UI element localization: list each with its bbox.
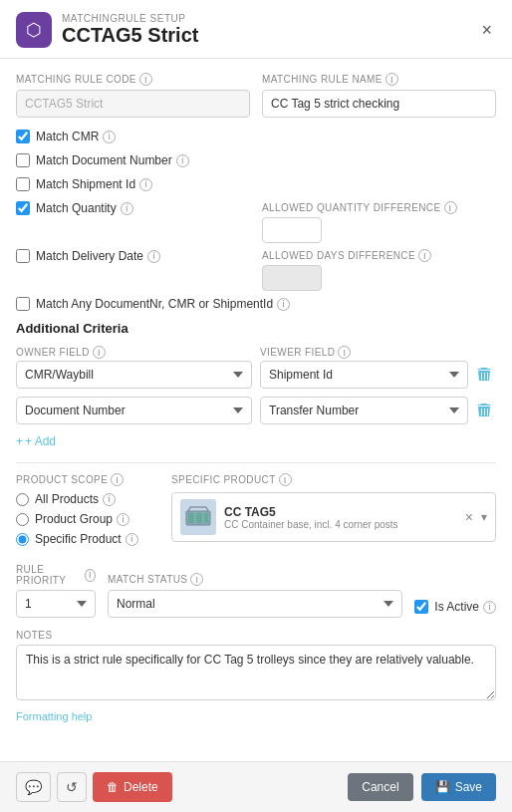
svg-line-4: [188, 507, 190, 511]
product-remove-button[interactable]: ×: [465, 509, 473, 525]
match-quantity-row: Match Quantity i: [16, 201, 250, 215]
all-products-info-icon: i: [103, 493, 116, 506]
match-cmr-label[interactable]: Match CMR i: [36, 130, 116, 143]
match-quantity-checkbox[interactable]: [16, 201, 30, 215]
match-status-group: MATCH STATUS i Normal Strict Relaxed: [108, 573, 402, 618]
svg-rect-3: [204, 513, 208, 523]
product-scope-info-icon: i: [111, 473, 124, 486]
chat-icon: 💬: [25, 779, 42, 795]
product-scope-section: PRODUCT SCOPE i All Products i Product G…: [16, 473, 496, 552]
allowed-days-diff-info-icon: i: [418, 249, 431, 262]
svg-line-5: [206, 507, 208, 511]
match-document-number-label[interactable]: Match Document Number i: [36, 153, 189, 167]
all-products-radio[interactable]: [16, 493, 29, 506]
delete-button[interactable]: 🗑 Delete: [93, 772, 172, 802]
history-icon: ↺: [66, 779, 78, 795]
notes-textarea[interactable]: This is a strict rule specifically for C…: [16, 645, 496, 700]
is-active-info-icon: i: [483, 601, 496, 614]
match-any-label[interactable]: Match Any DocumentNr, CMR or ShipmentId …: [36, 297, 290, 311]
product-group-label[interactable]: Product Group i: [35, 512, 129, 526]
allowed-days-diff-input[interactable]: [262, 265, 322, 291]
specific-product-info-icon: i: [126, 533, 138, 546]
specific-product-header-info-icon: i: [279, 473, 292, 486]
cancel-button[interactable]: Cancel: [348, 773, 412, 801]
footer-chat-button[interactable]: 💬: [16, 772, 51, 802]
allowed-qty-diff-info-icon: i: [444, 201, 457, 214]
viewer-field-select-1[interactable]: Shipment Id Transfer Number Document Num…: [260, 361, 468, 389]
matching-rule-name-group: MATCHING RULE NAME i: [262, 73, 496, 118]
match-delivery-date-row: Match Delivery Date i: [16, 249, 250, 263]
viewer-field-label: VIEWER FIELD i: [260, 346, 496, 359]
bottom-row: RULE PRIORITY i 1 2 3 MATCH STATUS i Nor…: [16, 564, 496, 618]
notes-group: NOTES This is a strict rule specifically…: [16, 630, 496, 703]
footer-right: Cancel 💾 Save: [348, 773, 496, 801]
match-quantity-label[interactable]: Match Quantity i: [36, 201, 133, 215]
match-document-number-checkbox[interactable]: [16, 153, 30, 167]
allowed-qty-diff-input[interactable]: [262, 217, 322, 243]
viewer-field-info-icon: i: [338, 346, 351, 359]
close-button[interactable]: ×: [477, 16, 496, 45]
all-products-label[interactable]: All Products i: [35, 492, 116, 506]
product-thumbnail-icon: [184, 503, 212, 531]
owner-field-select-2[interactable]: Document Number CMR/Waybill Transfer Num…: [16, 397, 252, 424]
product-desc: CC Container base, incl. 4 corner posts: [224, 519, 457, 530]
allowed-qty-diff-label: ALLOWED QUANTITY DIFFERENCE i: [262, 201, 496, 214]
matching-rule-name-info-icon: i: [385, 73, 398, 86]
match-shipment-id-checkbox[interactable]: [16, 177, 30, 191]
notes-label: NOTES: [16, 630, 496, 641]
is-active-checkbox[interactable]: [414, 600, 428, 614]
header-icon: ⬡: [16, 12, 52, 48]
match-any-row: Match Any DocumentNr, CMR or ShipmentId …: [16, 297, 496, 311]
owner-field-info-icon: i: [93, 346, 106, 359]
rule-priority-select[interactable]: 1 2 3: [16, 590, 96, 618]
match-delivery-date-info-icon: i: [147, 250, 160, 263]
match-status-select[interactable]: Normal Strict Relaxed: [108, 590, 402, 618]
footer-history-button[interactable]: ↺: [57, 772, 87, 802]
formatting-help-button[interactable]: Formatting help: [16, 710, 92, 722]
add-criteria-button[interactable]: + + Add: [16, 432, 56, 450]
save-button[interactable]: 💾 Save: [421, 773, 496, 801]
match-shipment-id-label[interactable]: Match Shipment Id i: [36, 177, 152, 191]
product-group-row: Product Group i: [16, 512, 155, 526]
specific-product-row: Specific Product i: [16, 532, 155, 546]
match-shipment-id-info-icon: i: [139, 178, 152, 191]
match-status-label: MATCH STATUS i: [108, 573, 402, 586]
product-name: CC TAG5: [224, 505, 457, 519]
matching-rule-name-input[interactable]: [262, 90, 496, 118]
match-any-checkbox[interactable]: [16, 297, 30, 311]
matching-rule-code-group: MATCHING RULE CODE i: [16, 73, 250, 118]
add-plus-icon: +: [16, 434, 23, 448]
matching-rule-code-input[interactable]: [16, 90, 250, 118]
match-delivery-date-checkbox[interactable]: [16, 249, 30, 263]
match-delivery-date-label[interactable]: Match Delivery Date i: [36, 249, 160, 263]
code-name-row: MATCHING RULE CODE i MATCHING RULE NAME …: [16, 73, 496, 118]
product-group-radio[interactable]: [16, 513, 29, 526]
matching-rule-name-label: MATCHING RULE NAME i: [262, 73, 496, 86]
viewer-field-select-2[interactable]: Transfer Number Shipment Id Document Num…: [260, 397, 468, 424]
modal-body: MATCHING RULE CODE i MATCHING RULE NAME …: [0, 59, 512, 761]
modal-footer: 💬 ↺ 🗑 Delete Cancel 💾 Save: [0, 761, 512, 812]
match-document-number-row: Match Document Number i: [16, 153, 496, 167]
app-icon: ⬡: [26, 19, 42, 41]
svg-rect-1: [188, 513, 194, 523]
match-cmr-checkbox[interactable]: [16, 130, 30, 143]
all-products-row: All Products i: [16, 492, 155, 506]
is-active-label[interactable]: Is Active i: [434, 600, 496, 614]
match-any-info-icon: i: [277, 298, 290, 311]
matching-rule-code-label: MATCHING RULE CODE i: [16, 73, 250, 86]
owner-field-select-1[interactable]: CMR/Waybill Document Number Transfer Num…: [16, 361, 252, 389]
header-text: MATCHINGRULE SETUP CCTAG5 Strict: [62, 13, 467, 47]
match-quantity-info-icon: i: [121, 202, 133, 215]
modal-header: ⬡ MATCHINGRULE SETUP CCTAG5 Strict ×: [0, 0, 512, 59]
specific-product-label[interactable]: Specific Product i: [35, 532, 138, 546]
criteria-row-1: OWNER FIELD i CMR/Waybill Document Numbe…: [16, 346, 496, 389]
specific-product-radio[interactable]: [16, 533, 29, 546]
match-cmr-info-icon: i: [103, 131, 116, 143]
rule-priority-group: RULE PRIORITY i 1 2 3: [16, 564, 96, 618]
specific-product-box: CC TAG5 CC Container base, incl. 4 corne…: [171, 492, 496, 542]
delete-criteria-2-button[interactable]: [472, 399, 496, 422]
delete-criteria-1-button[interactable]: [472, 363, 496, 387]
product-image: [180, 499, 216, 535]
match-status-info-icon: i: [190, 573, 203, 586]
product-scope-right: SPECIFIC PRODUCT i: [171, 473, 496, 552]
